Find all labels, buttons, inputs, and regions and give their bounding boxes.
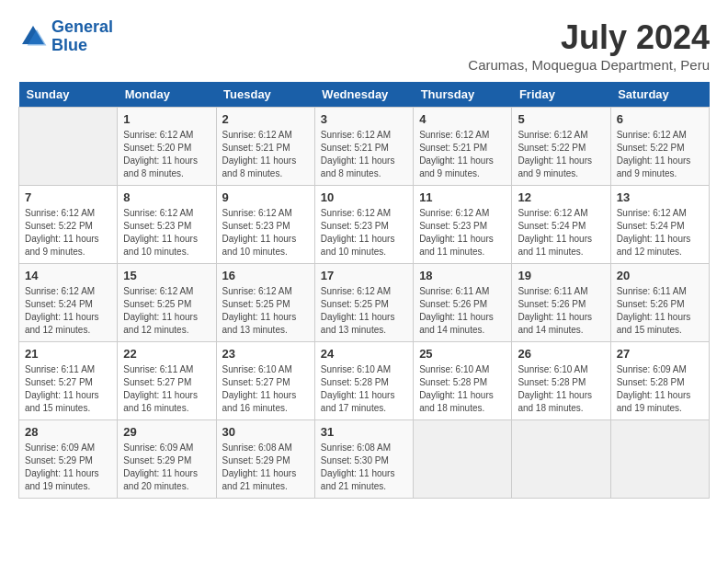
day-number: 5 [518, 112, 604, 126]
day-info: Sunrise: 6:12 AM Sunset: 5:22 PM Dayligh… [518, 129, 604, 180]
calendar-cell: 4Sunrise: 6:12 AM Sunset: 5:21 PM Daylig… [414, 108, 512, 186]
day-number: 10 [321, 190, 407, 204]
day-number: 12 [518, 190, 604, 204]
weekday-header-friday: Friday [512, 82, 610, 108]
calendar-cell [414, 420, 512, 499]
calendar-cell: 14Sunrise: 6:12 AM Sunset: 5:24 PM Dayli… [19, 264, 118, 342]
day-info: Sunrise: 6:10 AM Sunset: 5:27 PM Dayligh… [222, 363, 309, 415]
logo-icon [18, 22, 48, 52]
calendar-cell: 23Sunrise: 6:10 AM Sunset: 5:27 PM Dayli… [216, 342, 314, 420]
day-number: 4 [419, 112, 506, 126]
calendar-header: SundayMondayTuesdayWednesdayThursdayFrid… [19, 82, 710, 108]
calendar-cell: 2Sunrise: 6:12 AM Sunset: 5:21 PM Daylig… [216, 108, 314, 186]
calendar-cell: 7Sunrise: 6:12 AM Sunset: 5:22 PM Daylig… [19, 186, 118, 264]
day-info: Sunrise: 6:12 AM Sunset: 5:24 PM Dayligh… [617, 207, 703, 259]
day-info: Sunrise: 6:11 AM Sunset: 5:26 PM Dayligh… [419, 285, 506, 337]
day-info: Sunrise: 6:11 AM Sunset: 5:26 PM Dayligh… [617, 285, 703, 337]
day-info: Sunrise: 6:10 AM Sunset: 5:28 PM Dayligh… [518, 363, 604, 415]
calendar-week-5: 28Sunrise: 6:09 AM Sunset: 5:29 PM Dayli… [19, 420, 710, 499]
day-info: Sunrise: 6:11 AM Sunset: 5:27 PM Dayligh… [25, 363, 111, 415]
weekday-header-saturday: Saturday [610, 82, 709, 108]
day-number: 7 [25, 190, 111, 204]
month-title: July 2024 [468, 18, 710, 57]
day-info: Sunrise: 6:11 AM Sunset: 5:27 PM Dayligh… [123, 363, 210, 415]
day-number: 24 [321, 347, 407, 361]
day-info: Sunrise: 6:12 AM Sunset: 5:22 PM Dayligh… [617, 129, 703, 180]
day-number: 9 [222, 190, 309, 204]
day-number: 28 [25, 425, 111, 439]
day-info: Sunrise: 6:12 AM Sunset: 5:21 PM Dayligh… [419, 129, 506, 180]
weekday-row: SundayMondayTuesdayWednesdayThursdayFrid… [19, 82, 710, 108]
calendar-cell: 16Sunrise: 6:12 AM Sunset: 5:25 PM Dayli… [216, 264, 314, 342]
day-info: Sunrise: 6:12 AM Sunset: 5:25 PM Dayligh… [123, 285, 210, 337]
day-number: 14 [25, 269, 111, 282]
day-info: Sunrise: 6:12 AM Sunset: 5:23 PM Dayligh… [419, 207, 506, 259]
day-info: Sunrise: 6:12 AM Sunset: 5:23 PM Dayligh… [123, 207, 210, 259]
day-info: Sunrise: 6:12 AM Sunset: 5:24 PM Dayligh… [518, 207, 604, 259]
calendar-cell: 30Sunrise: 6:08 AM Sunset: 5:29 PM Dayli… [216, 420, 314, 499]
weekday-header-sunday: Sunday [19, 82, 118, 108]
weekday-header-tuesday: Tuesday [216, 82, 314, 108]
day-number: 27 [617, 347, 703, 361]
day-info: Sunrise: 6:12 AM Sunset: 5:22 PM Dayligh… [25, 207, 111, 259]
calendar-cell: 26Sunrise: 6:10 AM Sunset: 5:28 PM Dayli… [512, 342, 610, 420]
logo-general: General [51, 17, 113, 36]
calendar-cell: 29Sunrise: 6:09 AM Sunset: 5:29 PM Dayli… [118, 420, 216, 499]
calendar-cell: 17Sunrise: 6:12 AM Sunset: 5:25 PM Dayli… [314, 264, 413, 342]
calendar-cell: 25Sunrise: 6:10 AM Sunset: 5:28 PM Dayli… [414, 342, 512, 420]
calendar-cell: 27Sunrise: 6:09 AM Sunset: 5:28 PM Dayli… [610, 342, 709, 420]
calendar-cell [19, 108, 118, 186]
calendar-cell: 31Sunrise: 6:08 AM Sunset: 5:30 PM Dayli… [314, 420, 413, 499]
day-number: 23 [222, 347, 309, 361]
day-info: Sunrise: 6:12 AM Sunset: 5:21 PM Dayligh… [222, 129, 309, 180]
calendar-cell: 13Sunrise: 6:12 AM Sunset: 5:24 PM Dayli… [610, 186, 709, 264]
day-number: 20 [617, 269, 703, 282]
day-info: Sunrise: 6:12 AM Sunset: 5:23 PM Dayligh… [222, 207, 309, 259]
calendar-cell: 6Sunrise: 6:12 AM Sunset: 5:22 PM Daylig… [610, 108, 709, 186]
day-info: Sunrise: 6:10 AM Sunset: 5:28 PM Dayligh… [419, 363, 506, 415]
day-info: Sunrise: 6:09 AM Sunset: 5:28 PM Dayligh… [617, 363, 703, 415]
day-info: Sunrise: 6:12 AM Sunset: 5:20 PM Dayligh… [123, 129, 210, 180]
calendar-cell: 22Sunrise: 6:11 AM Sunset: 5:27 PM Dayli… [118, 342, 216, 420]
logo-text: General Blue [51, 18, 113, 55]
calendar-cell: 24Sunrise: 6:10 AM Sunset: 5:28 PM Dayli… [314, 342, 413, 420]
weekday-header-thursday: Thursday [414, 82, 512, 108]
day-number: 31 [321, 425, 407, 439]
weekday-header-wednesday: Wednesday [314, 82, 413, 108]
day-number: 26 [518, 347, 604, 361]
title-block: July 2024 Carumas, Moquegua Department, … [468, 18, 710, 73]
day-info: Sunrise: 6:08 AM Sunset: 5:29 PM Dayligh… [222, 442, 309, 493]
day-number: 15 [123, 269, 210, 282]
calendar-week-3: 14Sunrise: 6:12 AM Sunset: 5:24 PM Dayli… [19, 264, 710, 342]
day-number: 8 [123, 190, 210, 204]
page-header: General Blue July 2024 Carumas, Moquegua… [18, 18, 710, 73]
day-number: 17 [321, 269, 407, 282]
day-info: Sunrise: 6:12 AM Sunset: 5:24 PM Dayligh… [25, 285, 111, 337]
calendar-cell: 19Sunrise: 6:11 AM Sunset: 5:26 PM Dayli… [512, 264, 610, 342]
day-number: 6 [617, 112, 703, 126]
calendar-week-1: 1Sunrise: 6:12 AM Sunset: 5:20 PM Daylig… [19, 108, 710, 186]
calendar-cell: 8Sunrise: 6:12 AM Sunset: 5:23 PM Daylig… [118, 186, 216, 264]
day-info: Sunrise: 6:09 AM Sunset: 5:29 PM Dayligh… [25, 442, 111, 493]
day-number: 16 [222, 269, 309, 282]
logo: General Blue [18, 18, 113, 55]
day-number: 13 [617, 190, 703, 204]
calendar-cell: 9Sunrise: 6:12 AM Sunset: 5:23 PM Daylig… [216, 186, 314, 264]
day-number: 3 [321, 112, 407, 126]
day-info: Sunrise: 6:08 AM Sunset: 5:30 PM Dayligh… [321, 442, 407, 493]
day-number: 21 [25, 347, 111, 361]
calendar-cell: 3Sunrise: 6:12 AM Sunset: 5:21 PM Daylig… [314, 108, 413, 186]
calendar-cell: 11Sunrise: 6:12 AM Sunset: 5:23 PM Dayli… [414, 186, 512, 264]
day-info: Sunrise: 6:12 AM Sunset: 5:23 PM Dayligh… [321, 207, 407, 259]
logo-blue: Blue [51, 37, 113, 55]
location-subtitle: Carumas, Moquegua Department, Peru [468, 57, 710, 73]
calendar-cell: 18Sunrise: 6:11 AM Sunset: 5:26 PM Dayli… [414, 264, 512, 342]
calendar-body: 1Sunrise: 6:12 AM Sunset: 5:20 PM Daylig… [19, 108, 710, 499]
weekday-header-monday: Monday [118, 82, 216, 108]
calendar-cell: 10Sunrise: 6:12 AM Sunset: 5:23 PM Dayli… [314, 186, 413, 264]
day-number: 30 [222, 425, 309, 439]
day-number: 25 [419, 347, 506, 361]
calendar-cell: 15Sunrise: 6:12 AM Sunset: 5:25 PM Dayli… [118, 264, 216, 342]
day-info: Sunrise: 6:12 AM Sunset: 5:25 PM Dayligh… [222, 285, 309, 337]
day-number: 29 [123, 425, 210, 439]
